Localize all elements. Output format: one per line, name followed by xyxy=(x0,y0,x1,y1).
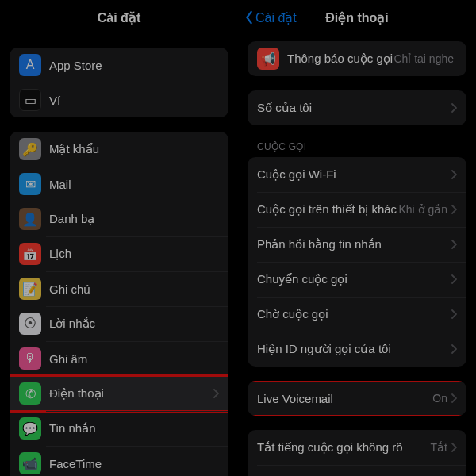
right-header: Cài đặt Điện thoại xyxy=(238,0,476,35)
live-voicemail-label: Live Voicemail xyxy=(257,392,432,405)
chevron-right-icon xyxy=(451,344,457,354)
left-title: Cài đặt xyxy=(98,10,140,25)
other-devices-value: Khi ở gần xyxy=(398,203,447,216)
sidebar-item-voice-memo[interactable]: 🎙Ghi âm xyxy=(10,341,228,376)
left-header: Cài đặt xyxy=(0,0,238,35)
live-voicemail-value: On xyxy=(432,392,447,405)
settings-right-panel: Cài đặt Điện thoại 📢 Thông báo cuộc gọi … xyxy=(238,0,476,476)
sms-reply-label: Phản hồi bằng tin nhắn xyxy=(257,237,451,251)
silence-unknown-label: Tắt tiếng cuộc gọi không rõ xyxy=(257,440,431,455)
chevron-right-icon xyxy=(451,443,457,452)
facetime-label: FaceTime xyxy=(49,457,219,470)
chevron-right-icon xyxy=(451,103,457,113)
chevron-right-icon xyxy=(451,274,457,284)
back-label: Cài đặt xyxy=(255,10,297,25)
notes-icon: 📝 xyxy=(19,278,41,300)
right-group-calls: Cuộc gọi Wi-FiCuộc gọi trên thiết bị khá… xyxy=(248,157,466,367)
app-store-label: App Store xyxy=(49,59,219,72)
sidebar-item-calendar[interactable]: 📅Lịch xyxy=(10,236,228,271)
silence-unknown-value: Tắt xyxy=(431,441,447,454)
mail-icon: ✉︎ xyxy=(19,173,41,195)
sidebar-item-facetime[interactable]: 📹FaceTime xyxy=(10,446,228,476)
messages-icon: 💬 xyxy=(19,417,41,440)
wallet-icon: ▭ xyxy=(19,89,41,111)
calendar-icon: 📅 xyxy=(19,243,41,265)
sidebar-item-notes[interactable]: 📝Ghi chú xyxy=(10,271,228,306)
voice-memo-icon: 🎙 xyxy=(19,347,41,370)
messages-label: Tin nhắn xyxy=(49,421,219,436)
calendar-label: Lịch xyxy=(49,247,219,261)
call-forward-label: Chuyển cuộc gọi xyxy=(257,272,451,286)
section-calls-header: CUỘC GỌI xyxy=(257,141,457,152)
phone-label: Điện thoại xyxy=(49,386,213,401)
show-caller-id-row[interactable]: Hiện ID người gọi của tôi xyxy=(248,332,466,367)
voice-memo-label: Ghi âm xyxy=(49,352,219,366)
passwords-icon: 🔑 xyxy=(19,138,41,160)
facetime-icon: 📹 xyxy=(19,452,41,474)
left-group-1: AApp Store▭Ví xyxy=(10,48,228,117)
announce-label: Thông báo cuộc gọi xyxy=(287,52,393,66)
chevron-right-icon xyxy=(451,309,457,319)
reminders-label: Lời nhắc xyxy=(49,317,219,331)
reminders-icon: ⦿ xyxy=(19,313,41,335)
other-devices-row[interactable]: Cuộc gọi trên thiết bị khácKhi ở gần xyxy=(248,192,466,227)
wifi-calling-row[interactable]: Cuộc gọi Wi-Fi xyxy=(248,157,466,192)
show-caller-id-label: Hiện ID người gọi của tôi xyxy=(257,342,451,356)
contacts-icon: 👤 xyxy=(19,208,41,230)
announce-value: Chỉ tai nghe xyxy=(393,52,454,65)
right-group-notif: 📢 Thông báo cuộc gọi Chỉ tai nghe xyxy=(248,41,466,76)
right-title: Điện thoại xyxy=(325,10,389,25)
sidebar-item-passwords[interactable]: 🔑Mật khẩu xyxy=(10,132,228,167)
call-forward-row[interactable]: Chuyển cuộc gọi xyxy=(248,262,466,297)
mail-label: Mail xyxy=(49,178,219,191)
block-id-row[interactable]: Chặn cuộc gọi & ID xyxy=(248,465,466,476)
chevron-right-icon xyxy=(451,393,457,403)
chevron-right-icon xyxy=(451,240,457,249)
my-number-label: Số của tôi xyxy=(257,101,451,115)
sidebar-item-phone[interactable]: ✆Điện thoại xyxy=(10,376,228,411)
settings-left-panel: Cài đặt AApp Store▭Ví 🔑Mật khẩu✉︎Mail👤Da… xyxy=(0,0,238,476)
app-store-icon: A xyxy=(19,54,41,76)
sidebar-item-contacts[interactable]: 👤Danh bạ xyxy=(10,202,228,236)
call-waiting-label: Chờ cuộc gọi xyxy=(257,307,451,321)
sidebar-item-wallet[interactable]: ▭Ví xyxy=(10,83,228,117)
right-group-last: Tắt tiếng cuộc gọi không rõTắtChặn cuộc … xyxy=(248,430,466,476)
chevron-left-icon xyxy=(244,10,254,25)
wifi-calling-label: Cuộc gọi Wi-Fi xyxy=(257,167,451,182)
sidebar-item-app-store[interactable]: AApp Store xyxy=(10,48,228,83)
sidebar-item-messages[interactable]: 💬Tin nhắn xyxy=(10,411,228,446)
my-number-row[interactable]: Số của tôi xyxy=(248,90,466,125)
passwords-label: Mật khẩu xyxy=(49,142,219,156)
sms-reply-row[interactable]: Phản hồi bằng tin nhắn xyxy=(248,227,466,262)
chevron-right-icon xyxy=(213,389,219,398)
announce-calls-row[interactable]: 📢 Thông báo cuộc gọi Chỉ tai nghe xyxy=(248,41,466,76)
live-voicemail-row[interactable]: Live Voicemail On xyxy=(248,381,466,416)
sidebar-item-reminders[interactable]: ⦿Lời nhắc xyxy=(10,306,228,341)
phone-icon: ✆ xyxy=(19,382,41,405)
chevron-right-icon xyxy=(451,170,457,179)
right-group-number: Số của tôi xyxy=(248,90,466,125)
notes-label: Ghi chú xyxy=(49,282,219,296)
right-group-voicemail: Live Voicemail On xyxy=(248,381,466,416)
sidebar-item-mail[interactable]: ✉︎Mail xyxy=(10,167,228,202)
announce-icon: 📢 xyxy=(257,48,279,70)
left-group-2: 🔑Mật khẩu✉︎Mail👤Danh bạ📅Lịch📝Ghi chú⦿Lời… xyxy=(10,132,228,476)
wallet-label: Ví xyxy=(49,94,219,107)
back-button[interactable]: Cài đặt xyxy=(244,10,297,25)
contacts-label: Danh bạ xyxy=(49,212,219,226)
call-waiting-row[interactable]: Chờ cuộc gọi xyxy=(248,297,466,332)
chevron-right-icon xyxy=(451,205,457,214)
other-devices-label: Cuộc gọi trên thiết bị khác xyxy=(257,202,398,217)
silence-unknown-row[interactable]: Tắt tiếng cuộc gọi không rõTắt xyxy=(248,430,466,465)
